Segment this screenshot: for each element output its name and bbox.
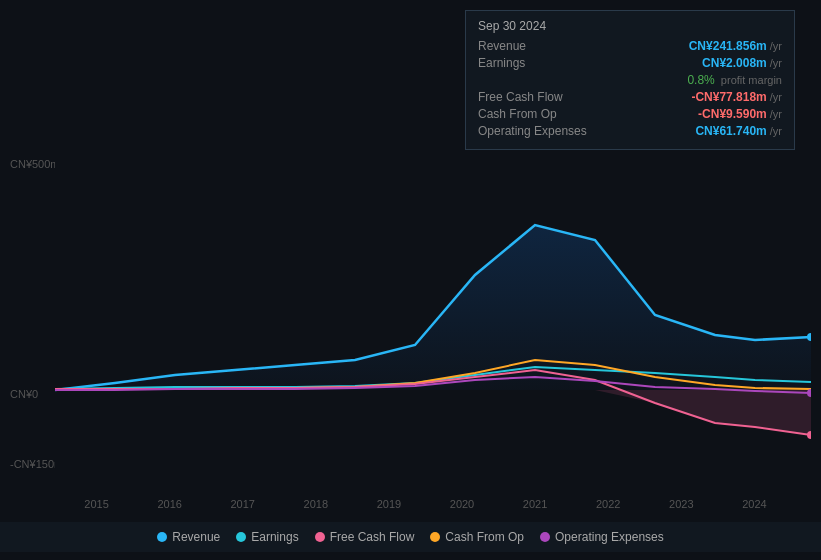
- x-label-2020: 2020: [450, 498, 474, 510]
- tooltip-label-earnings: Earnings: [478, 56, 525, 70]
- legend-label-opex: Operating Expenses: [555, 530, 664, 544]
- legend-item-fcf[interactable]: Free Cash Flow: [315, 530, 415, 544]
- tooltip-value-opex: CN¥61.740m/yr: [695, 124, 782, 138]
- x-label-2022: 2022: [596, 498, 620, 510]
- legend-dot-cashfromop: [430, 532, 440, 542]
- tooltip-box: Sep 30 2024 Revenue CN¥241.856m/yr Earni…: [465, 10, 795, 150]
- tooltip-row-revenue: Revenue CN¥241.856m/yr: [478, 39, 782, 53]
- tooltip-row-cashfromop: Cash From Op -CN¥9.590m/yr: [478, 107, 782, 121]
- y-label-500: CN¥500m: [10, 158, 60, 170]
- legend-label-fcf: Free Cash Flow: [330, 530, 415, 544]
- tooltip-row-fcf: Free Cash Flow -CN¥77.818m/yr: [478, 90, 782, 104]
- legend-label-cashfromop: Cash From Op: [445, 530, 524, 544]
- tooltip-value-fcf: -CN¥77.818m/yr: [691, 90, 782, 104]
- legend-item-revenue[interactable]: Revenue: [157, 530, 220, 544]
- legend-dot-opex: [540, 532, 550, 542]
- x-label-2015: 2015: [84, 498, 108, 510]
- tooltip-label-opex: Operating Expenses: [478, 124, 587, 138]
- x-label-2024: 2024: [742, 498, 766, 510]
- tooltip-row-earnings: Earnings CN¥2.008m/yr: [478, 56, 782, 70]
- legend-item-cashfromop[interactable]: Cash From Op: [430, 530, 524, 544]
- chart-container: Sep 30 2024 Revenue CN¥241.856m/yr Earni…: [0, 0, 821, 560]
- x-label-2019: 2019: [377, 498, 401, 510]
- tooltip-label-cashfromop: Cash From Op: [478, 107, 557, 121]
- legend-dot-revenue: [157, 532, 167, 542]
- x-label-2021: 2021: [523, 498, 547, 510]
- legend-dot-fcf: [315, 532, 325, 542]
- legend-dot-earnings: [236, 532, 246, 542]
- x-label-2016: 2016: [157, 498, 181, 510]
- tooltip-label-revenue: Revenue: [478, 39, 526, 53]
- tooltip-row-opex: Operating Expenses CN¥61.740m/yr: [478, 124, 782, 138]
- x-label-2018: 2018: [304, 498, 328, 510]
- tooltip-value-margin: 0.8% profit margin: [687, 73, 782, 87]
- x-axis: 2015 2016 2017 2018 2019 2020 2021 2022 …: [0, 498, 821, 510]
- tooltip-label-fcf: Free Cash Flow: [478, 90, 563, 104]
- x-label-2023: 2023: [669, 498, 693, 510]
- tooltip-value-cashfromop: -CN¥9.590m/yr: [698, 107, 782, 121]
- legend-label-revenue: Revenue: [172, 530, 220, 544]
- y-label-0: CN¥0: [10, 388, 38, 400]
- chart-svg: [55, 155, 811, 475]
- tooltip-value-earnings: CN¥2.008m/yr: [702, 56, 782, 70]
- legend-item-earnings[interactable]: Earnings: [236, 530, 298, 544]
- legend: Revenue Earnings Free Cash Flow Cash Fro…: [0, 522, 821, 552]
- legend-label-earnings: Earnings: [251, 530, 298, 544]
- tooltip-value-revenue: CN¥241.856m/yr: [689, 39, 782, 53]
- tooltip-date: Sep 30 2024: [478, 19, 782, 33]
- tooltip-row-margin: 0.8% profit margin: [478, 73, 782, 87]
- legend-item-opex[interactable]: Operating Expenses: [540, 530, 664, 544]
- svg-rect-0: [55, 155, 811, 475]
- x-label-2017: 2017: [230, 498, 254, 510]
